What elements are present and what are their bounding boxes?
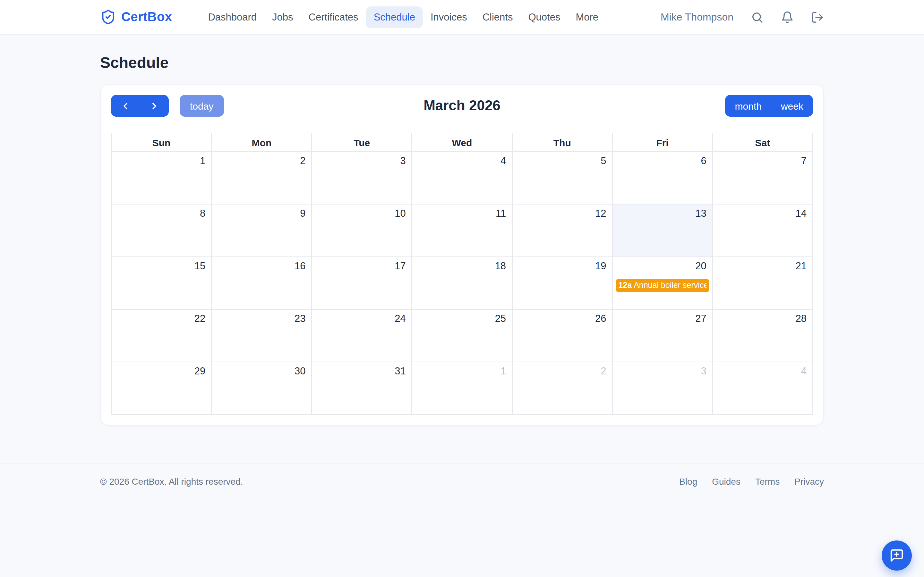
date-number: 9 bbox=[214, 206, 309, 219]
calendar-day-cell[interactable]: 3 bbox=[612, 362, 712, 415]
calendar-week-row: 15161718192012aAnnual boiler service21 bbox=[111, 257, 813, 309]
view-switcher: month week bbox=[725, 95, 813, 117]
date-number: 3 bbox=[615, 364, 709, 377]
nav-item-certificates[interactable]: Certificates bbox=[301, 6, 366, 28]
day-header-mon: Mon bbox=[212, 133, 312, 152]
date-number: 13 bbox=[615, 206, 709, 219]
calendar-day-cell[interactable]: 21 bbox=[713, 257, 813, 309]
calendar-day-cell[interactable]: 22 bbox=[111, 309, 212, 362]
calendar-day-cell[interactable]: 13 bbox=[612, 205, 712, 257]
calendar-day-cell[interactable]: 2 bbox=[212, 152, 312, 205]
calendar-day-cell[interactable]: 11 bbox=[412, 205, 512, 257]
calendar-day-cell[interactable]: 30 bbox=[212, 362, 312, 415]
month-view-button[interactable]: month bbox=[725, 95, 771, 117]
calendar-week-row: 891011121314 bbox=[111, 205, 813, 257]
date-number: 10 bbox=[315, 206, 409, 219]
footer-link-terms[interactable]: Terms bbox=[755, 476, 780, 487]
day-header-tue: Tue bbox=[312, 133, 412, 152]
calendar-day-cell[interactable]: 2 bbox=[512, 362, 612, 415]
date-number: 4 bbox=[415, 154, 509, 167]
nav-item-clients[interactable]: Clients bbox=[475, 6, 521, 28]
calendar-day-cell[interactable]: 6 bbox=[612, 152, 712, 205]
date-number: 11 bbox=[415, 206, 509, 219]
bell-icon[interactable] bbox=[781, 11, 794, 23]
week-view-button[interactable]: week bbox=[771, 95, 813, 117]
calendar-day-cell[interactable]: 1 bbox=[412, 362, 512, 415]
date-number: 31 bbox=[315, 364, 409, 377]
calendar-day-cell[interactable]: 10 bbox=[312, 205, 412, 257]
calendar-day-cell[interactable]: 4 bbox=[713, 362, 813, 415]
day-header-thu: Thu bbox=[512, 133, 612, 152]
calendar-day-cell[interactable]: 9 bbox=[212, 205, 312, 257]
calendar-day-cell[interactable]: 27 bbox=[612, 309, 712, 362]
calendar-day-cell[interactable]: 7 bbox=[713, 152, 813, 205]
next-month-button[interactable] bbox=[140, 95, 169, 117]
calendar-day-cell[interactable]: 15 bbox=[111, 257, 212, 309]
date-number: 5 bbox=[515, 154, 609, 167]
calendar-day-cell[interactable]: 24 bbox=[312, 309, 412, 362]
date-number: 22 bbox=[114, 311, 208, 324]
nav-item-schedule[interactable]: Schedule bbox=[366, 6, 423, 28]
footer-link-blog[interactable]: Blog bbox=[679, 476, 697, 487]
calendar-day-cell[interactable]: 5 bbox=[512, 152, 612, 205]
event-title: Annual boiler service bbox=[634, 281, 706, 290]
date-number: 26 bbox=[515, 311, 609, 324]
calendar-day-cell[interactable]: 16 bbox=[212, 257, 312, 309]
calendar-event[interactable]: 12aAnnual boiler service bbox=[615, 279, 709, 292]
calendar-day-cell[interactable]: 29 bbox=[111, 362, 212, 415]
chat-fab-button[interactable] bbox=[882, 540, 912, 571]
calendar-day-cell[interactable]: 31 bbox=[312, 362, 412, 415]
calendar-card: today March 2026 month week SunMonTueWed… bbox=[100, 84, 824, 426]
date-number: 3 bbox=[315, 154, 409, 167]
nav-right-cluster: Mike Thompson bbox=[661, 11, 824, 23]
date-number: 7 bbox=[716, 154, 810, 167]
calendar-toolbar: today March 2026 month week bbox=[111, 95, 813, 117]
calendar-day-cell[interactable]: 14 bbox=[713, 205, 813, 257]
message-square-plus-icon bbox=[889, 548, 904, 563]
date-number: 17 bbox=[315, 259, 409, 272]
calendar-week-row: 1234567 bbox=[111, 152, 813, 205]
calendar-day-cell[interactable]: 2012aAnnual boiler service bbox=[612, 257, 712, 309]
calendar-day-cell[interactable]: 26 bbox=[512, 309, 612, 362]
date-number: 29 bbox=[114, 364, 208, 377]
calendar-week-row: 22232425262728 bbox=[111, 309, 813, 362]
date-number: 6 bbox=[615, 154, 709, 167]
date-number: 20 bbox=[615, 259, 709, 272]
calendar-day-cell[interactable]: 25 bbox=[412, 309, 512, 362]
nav-item-jobs[interactable]: Jobs bbox=[264, 6, 301, 28]
calendar-day-cell[interactable]: 28 bbox=[713, 309, 813, 362]
date-number: 25 bbox=[415, 311, 509, 324]
nav-item-more[interactable]: More bbox=[568, 6, 606, 28]
date-number: 2 bbox=[515, 364, 609, 377]
footer-links: BlogGuidesTermsPrivacy bbox=[679, 476, 824, 487]
brand-logo[interactable]: CertBox bbox=[100, 9, 172, 25]
calendar-day-cell[interactable]: 3 bbox=[312, 152, 412, 205]
calendar-day-cell[interactable]: 18 bbox=[412, 257, 512, 309]
nav-item-dashboard[interactable]: Dashboard bbox=[200, 6, 264, 28]
calendar-day-cell[interactable]: 4 bbox=[412, 152, 512, 205]
nav-item-invoices[interactable]: Invoices bbox=[423, 6, 475, 28]
footer-link-privacy[interactable]: Privacy bbox=[795, 476, 824, 487]
calendar-day-cell[interactable]: 23 bbox=[212, 309, 312, 362]
date-number: 28 bbox=[716, 311, 810, 324]
footer-link-guides[interactable]: Guides bbox=[712, 476, 740, 487]
prev-month-button[interactable] bbox=[111, 95, 140, 117]
day-header-fri: Fri bbox=[612, 133, 712, 152]
nav-item-quotes[interactable]: Quotes bbox=[520, 6, 568, 28]
date-number: 30 bbox=[214, 364, 309, 377]
search-icon[interactable] bbox=[751, 11, 764, 23]
calendar-day-cell[interactable]: 12 bbox=[512, 205, 612, 257]
copyright-text: © 2026 CertBox. All rights reserved. bbox=[100, 476, 243, 487]
calendar-day-cell[interactable]: 1 bbox=[111, 152, 212, 205]
calendar-day-cell[interactable]: 8 bbox=[111, 205, 212, 257]
calendar-day-cell[interactable]: 17 bbox=[312, 257, 412, 309]
date-number: 19 bbox=[515, 259, 609, 272]
today-button[interactable]: today bbox=[180, 95, 224, 117]
calendar-week-row: 2930311234 bbox=[111, 362, 813, 415]
calendar-day-cell[interactable]: 19 bbox=[512, 257, 612, 309]
logout-icon[interactable] bbox=[811, 11, 824, 23]
date-number: 16 bbox=[214, 259, 309, 272]
shield-check-icon bbox=[100, 9, 116, 25]
date-number: 1 bbox=[415, 364, 509, 377]
user-name[interactable]: Mike Thompson bbox=[661, 11, 733, 23]
